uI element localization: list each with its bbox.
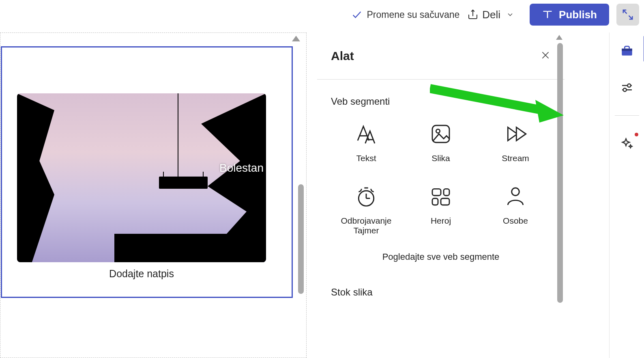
webpart-label: Osobe [503, 216, 528, 226]
webpart-people[interactable]: Osobe [480, 185, 551, 235]
image-icon [429, 123, 452, 145]
share-icon [467, 9, 479, 21]
webpart-label: Heroj [431, 216, 451, 226]
silhouette-shape [159, 177, 208, 189]
stream-icon [504, 123, 527, 145]
panel-body: Veb segmenti Tekst Slika [317, 80, 565, 298]
svg-point-21 [623, 88, 626, 91]
people-icon [504, 185, 527, 208]
webpart-image[interactable]: Slika [406, 123, 476, 163]
webpart-hero[interactable]: Heroj [406, 185, 476, 235]
hero-image-overlay-text: Bolestan [219, 162, 264, 175]
book-open-icon [542, 9, 553, 20]
svg-rect-12 [432, 189, 441, 195]
chevron-down-icon [506, 11, 514, 19]
notification-dot-icon [635, 133, 638, 136]
canvas-scrollbar-thumb[interactable] [298, 184, 304, 294]
top-toolbar: Promene su sačuvane Deli Publish [0, 0, 644, 29]
text-icon [355, 123, 378, 145]
sparkle-icon [621, 137, 633, 149]
webpart-countdown-timer[interactable]: Odbrojavanje Tajmer [331, 185, 401, 235]
rail-properties-button[interactable] [617, 78, 637, 97]
hero-icon [429, 185, 452, 208]
webpart-label: Tekst [356, 153, 376, 163]
collapse-button[interactable] [616, 4, 639, 26]
svg-rect-15 [441, 198, 449, 205]
save-status: Promene su sačuvane [351, 9, 459, 20]
collapse-icon [622, 9, 634, 21]
rail-divider [615, 115, 639, 116]
webpart-label: Slika [431, 153, 450, 163]
save-status-text: Promene su sačuvane [367, 9, 459, 20]
svg-rect-17 [622, 49, 632, 51]
svg-point-19 [627, 84, 631, 87]
toolbox-icon [620, 43, 634, 57]
panel-header: Alat [317, 32, 565, 80]
silhouette-shape [114, 234, 264, 262]
svg-point-7 [436, 129, 440, 133]
sliders-icon [620, 81, 633, 94]
panel-scrollbar-thumb[interactable] [557, 43, 563, 303]
webpart-label: Odbrojavanje Tajmer [331, 216, 401, 235]
silhouette-shape [17, 93, 54, 262]
webpart-label: Stream [502, 153, 529, 163]
rail-toolbox-button[interactable] [617, 41, 637, 60]
svg-rect-6 [432, 125, 449, 142]
svg-rect-14 [432, 198, 438, 205]
webparts-section-title: Veb segmenti [331, 96, 551, 107]
svg-point-16 [512, 188, 519, 196]
share-dropdown[interactable]: Deli [467, 9, 522, 21]
hero-image[interactable]: Bolestan [17, 93, 266, 262]
stock-images-section-title: Stok slika [331, 287, 551, 298]
webpart-text[interactable]: Tekst [331, 123, 401, 163]
right-rail [609, 32, 644, 358]
publish-label: Publish [559, 9, 597, 21]
svg-line-1 [629, 16, 633, 19]
publish-button[interactable]: Publish [530, 4, 609, 26]
rail-design-ideas-button[interactable] [617, 134, 637, 153]
image-caption-input[interactable]: Dodajte natpis [17, 268, 266, 280]
panel-close-button[interactable] [538, 47, 553, 64]
share-label: Deli [482, 9, 500, 21]
canvas-scroll-up-icon[interactable] [292, 36, 300, 41]
close-icon [540, 50, 551, 60]
timer-icon [355, 185, 378, 208]
toolbox-panel: Alat Veb segmenti Tekst Slika [317, 32, 565, 358]
svg-line-0 [623, 10, 627, 14]
panel-scrollbar[interactable] [557, 32, 564, 358]
checkmark-icon [351, 9, 363, 20]
scroll-up-icon[interactable] [556, 35, 562, 40]
svg-rect-13 [444, 189, 449, 195]
silhouette-shape [178, 93, 178, 179]
panel-title: Alat [331, 49, 354, 63]
webpart-stream[interactable]: Stream [480, 123, 551, 163]
webparts-grid: Tekst Slika Stream [331, 123, 551, 235]
see-all-webparts-link[interactable]: Pogledajte sve veb segmente [331, 252, 551, 262]
